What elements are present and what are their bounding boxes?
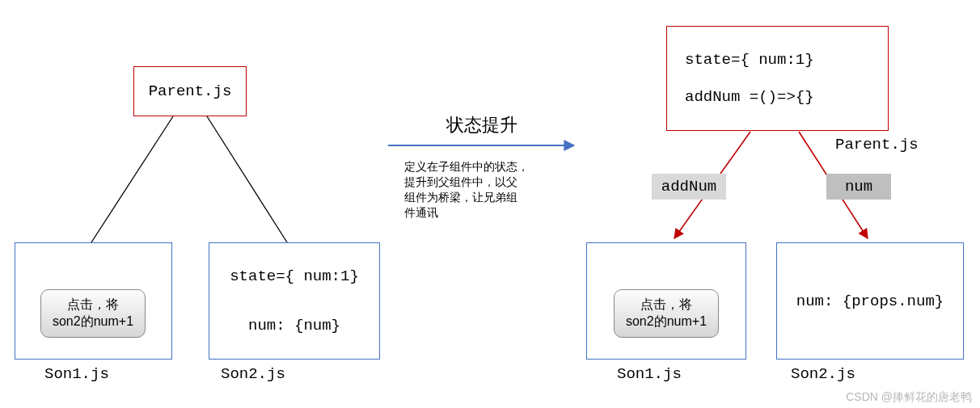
- left-son1-button[interactable]: 点击，将 son2的num+1: [40, 289, 146, 338]
- svg-line-1: [207, 116, 287, 242]
- right-son1-button-line1: 点击，将: [623, 297, 710, 313]
- right-parent-label: Parent.js: [835, 136, 919, 154]
- right-son1-button-line2: son2的num+1: [623, 313, 710, 330]
- right-son1-button[interactable]: 点击，将 son2的num+1: [614, 289, 719, 338]
- arrow-desc-l3: 组件为桥梁，让兄弟组: [404, 190, 542, 205]
- arrow-desc-l1: 定义在子组件中的状态，: [404, 159, 542, 175]
- left-son1-label: Son1.js: [44, 365, 109, 383]
- right-son2-label: Son2.js: [791, 365, 855, 383]
- right-son1-label: Son1.js: [617, 365, 682, 383]
- arrow-description: 定义在子组件中的状态， 提升到父组件中，以父 组件为桥梁，让兄弟组 件通讯: [404, 159, 542, 221]
- arrow-title: 状态提升: [446, 113, 517, 137]
- watermark: CSDN @捧鲜花的唐老鸭: [846, 390, 972, 405]
- left-son1-box: 点击，将 son2的num+1: [15, 242, 172, 360]
- addnum-tag: addNum: [652, 174, 726, 200]
- svg-line-0: [91, 116, 173, 242]
- left-son2-box: state={ num:1} num: {num}: [209, 242, 380, 360]
- left-son1-button-line1: 点击，将: [49, 297, 137, 313]
- left-son2-line1: state={ num:1}: [230, 267, 359, 285]
- arrow-desc-l2: 提升到父组件中，以父: [404, 175, 542, 190]
- right-parent-line1: state={ num:1}: [685, 51, 814, 69]
- arrow-desc-l4: 件通讯: [404, 205, 542, 221]
- left-parent-box: Parent.js: [133, 66, 247, 116]
- right-son1-box: 点击，将 son2的num+1: [586, 242, 746, 360]
- left-son2-line2: num: {num}: [248, 317, 340, 334]
- right-son2-box: num: {props.num}: [776, 242, 964, 360]
- left-son1-button-line2: son2的num+1: [49, 313, 137, 330]
- left-son2-label: Son2.js: [221, 365, 285, 383]
- num-tag: num: [826, 174, 891, 200]
- right-son2-line1: num: {props.num}: [796, 292, 944, 310]
- right-parent-line2: addNum =()=>{}: [685, 88, 814, 106]
- right-parent-box: state={ num:1} addNum =()=>{}: [666, 26, 889, 131]
- left-parent-label: Parent.js: [149, 82, 232, 100]
